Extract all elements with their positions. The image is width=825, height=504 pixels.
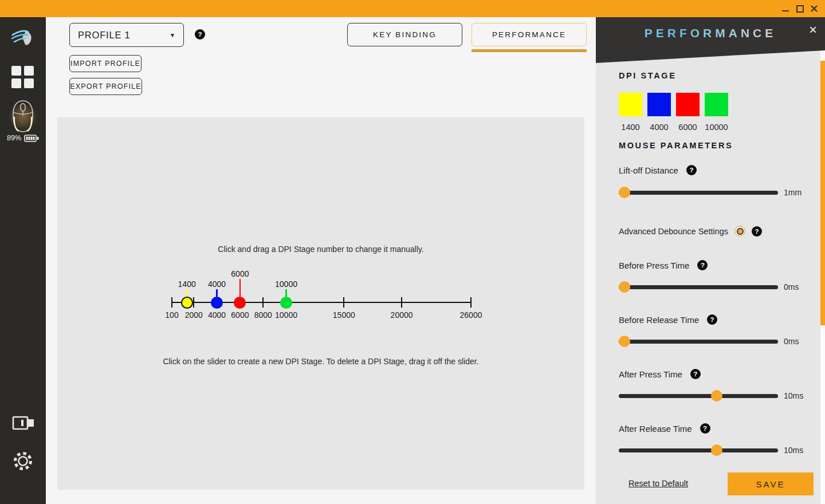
advanced-debounce-row: Advanced Debounce Settings ? bbox=[619, 226, 762, 237]
brand-logo-icon bbox=[10, 26, 36, 52]
dpi-stage-heading: DPI STAGE bbox=[619, 71, 676, 80]
dpi-tick bbox=[262, 297, 264, 308]
dpi-tick-label: 26000 bbox=[448, 310, 494, 320]
slider-handle[interactable] bbox=[619, 336, 630, 347]
debounce-toggle[interactable] bbox=[734, 226, 745, 237]
panel-title: PERFORMANCE bbox=[596, 26, 825, 40]
tab-performance[interactable]: PERFORMANCE bbox=[472, 23, 587, 46]
dpi-stage-dot[interactable] bbox=[181, 297, 193, 309]
battery-icon bbox=[24, 135, 39, 142]
dpi-tick bbox=[401, 297, 402, 308]
dpi-instruction-top: Click and drag a DPI Stage number to cha… bbox=[57, 245, 584, 254]
before-press-time-slider[interactable] bbox=[619, 281, 778, 293]
slider-track[interactable] bbox=[619, 191, 778, 195]
dpi-stage-dot[interactable] bbox=[234, 297, 246, 309]
dpi-instruction-bottom: Click on the slider to create a new DPI … bbox=[57, 357, 584, 366]
slider-track[interactable] bbox=[619, 285, 778, 289]
dpi-stage-number-label[interactable]: 6000 bbox=[217, 269, 263, 278]
dpi-tick bbox=[171, 297, 172, 308]
maximize-icon[interactable] bbox=[796, 5, 804, 13]
dpi-tick bbox=[193, 297, 194, 308]
close-window-icon[interactable] bbox=[810, 5, 818, 13]
dpi-stage-swatch-number: 4000 bbox=[647, 123, 671, 132]
dpi-tick bbox=[470, 297, 472, 308]
slider-track[interactable] bbox=[619, 394, 778, 398]
import-profile-button[interactable]: IMPORT PROFILE bbox=[69, 55, 142, 72]
before-release-time-slider[interactable] bbox=[619, 336, 778, 347]
dongle-receiver-icon[interactable] bbox=[11, 414, 36, 434]
profile-help-icon[interactable]: ? bbox=[195, 29, 205, 40]
liftoff-distance-label: Lift-off Distance bbox=[619, 166, 678, 175]
debounce-toggle-dot bbox=[737, 228, 744, 235]
chevron-down-icon: ▼ bbox=[170, 32, 175, 38]
dpi-stage-numbers: 14004000600010000 bbox=[619, 123, 728, 132]
liftoff-value: 1mm bbox=[784, 188, 802, 197]
minimize-icon[interactable] bbox=[781, 5, 789, 13]
before-release-time-value: 0ms bbox=[784, 337, 799, 346]
titlebar bbox=[0, 0, 825, 17]
active-tab-underline bbox=[472, 49, 587, 52]
slider-handle[interactable] bbox=[711, 444, 722, 456]
slider-track[interactable] bbox=[619, 340, 778, 344]
dpi-stage-leader-line bbox=[216, 289, 217, 297]
after-release-time-label: After Release Time bbox=[619, 424, 692, 434]
profile-dropdown-value: PROFILE 1 bbox=[78, 30, 131, 41]
performance-panel-header: PERFORMANCE × bbox=[596, 17, 825, 63]
slider-track[interactable] bbox=[619, 448, 778, 452]
slider-handle[interactable] bbox=[711, 390, 722, 401]
slider-handle[interactable] bbox=[619, 187, 630, 198]
dpi-stage-swatch[interactable] bbox=[647, 93, 671, 116]
after-release-time-value: 10ms bbox=[784, 446, 803, 455]
after-press-time-label: After Press Time bbox=[619, 369, 682, 379]
dpi-tick-label: 10000 bbox=[264, 310, 309, 320]
battery-status: 89% bbox=[0, 134, 46, 142]
dpi-stage-dot[interactable] bbox=[280, 297, 292, 309]
liftoff-help-icon[interactable]: ? bbox=[686, 165, 697, 175]
settings-gear-icon[interactable] bbox=[11, 449, 34, 473]
before-release-time-label: Before Release Time bbox=[619, 315, 699, 325]
dpi-stage-leader-line bbox=[285, 289, 286, 297]
window-controls bbox=[781, 0, 818, 17]
dpi-tick bbox=[343, 297, 344, 308]
dpi-stage-leader-line bbox=[239, 279, 241, 297]
before-press-time-value: 0ms bbox=[784, 282, 799, 292]
sidebar: 89% bbox=[0, 17, 46, 504]
main-content: PROFILE 1 ▼ ? IMPORT PROFILE EXPORT PROF… bbox=[46, 17, 596, 504]
dpi-stage-swatch-number: 6000 bbox=[676, 123, 700, 132]
dpi-stage-dot[interactable] bbox=[211, 297, 223, 309]
battery-percent-label: 89% bbox=[7, 134, 21, 142]
dpi-editor-panel: Click and drag a DPI Stage number to cha… bbox=[57, 117, 584, 490]
dpi-stage-swatch[interactable] bbox=[676, 93, 700, 116]
performance-panel: PERFORMANCE × DPI STAGE 1400400060001000… bbox=[596, 17, 825, 504]
save-button[interactable]: SAVE bbox=[728, 472, 814, 495]
dpi-stage-leader-line bbox=[186, 289, 187, 297]
after-release-help-icon[interactable]: ? bbox=[700, 423, 710, 434]
dpi-stage-swatch[interactable] bbox=[705, 93, 728, 116]
close-panel-icon[interactable]: × bbox=[809, 23, 817, 37]
dpi-tick-label: 20000 bbox=[379, 310, 425, 320]
dpi-tick-label: 15000 bbox=[321, 310, 367, 320]
panel-scrollbar-track[interactable] bbox=[820, 17, 825, 504]
advanced-debounce-label: Advanced Debounce Settings bbox=[619, 227, 728, 236]
slider-handle[interactable] bbox=[619, 281, 630, 293]
dpi-stage-swatch[interactable] bbox=[619, 93, 642, 116]
export-profile-button[interactable]: EXPORT PROFILE bbox=[69, 78, 142, 95]
panel-scrollbar-thumb[interactable] bbox=[820, 61, 825, 325]
mouse-device-icon[interactable] bbox=[8, 99, 38, 134]
profile-dropdown[interactable]: PROFILE 1 ▼ bbox=[69, 23, 184, 47]
dpi-stage-swatches bbox=[619, 93, 728, 116]
apps-grid-icon[interactable] bbox=[11, 66, 34, 89]
tab-key-binding[interactable]: KEY BINDING bbox=[347, 23, 462, 46]
after-press-help-icon[interactable]: ? bbox=[690, 369, 701, 379]
after-press-time-slider[interactable] bbox=[619, 390, 778, 401]
before-release-help-icon[interactable]: ? bbox=[707, 314, 717, 325]
dpi-stage-number-label[interactable]: 4000 bbox=[194, 279, 240, 289]
dpi-stage-swatch-number: 10000 bbox=[705, 123, 728, 132]
dpi-stage-number-label[interactable]: 10000 bbox=[264, 279, 309, 289]
before-press-help-icon[interactable]: ? bbox=[697, 260, 708, 270]
debounce-help-icon[interactable]: ? bbox=[752, 226, 762, 237]
reset-to-default-link[interactable]: Reset to Default bbox=[628, 479, 688, 488]
before-press-time-label: Before Press Time bbox=[619, 261, 689, 270]
liftoff-slider[interactable] bbox=[619, 187, 778, 198]
after-release-time-slider[interactable] bbox=[619, 444, 778, 456]
